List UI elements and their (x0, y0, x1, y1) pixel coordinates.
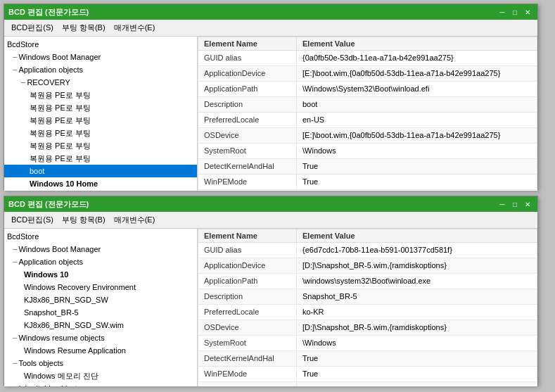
element-name: WinPEMode (198, 175, 297, 190)
element-value: \Windows (297, 144, 537, 159)
tree2-item-3[interactable]: Windows Recovery Environment (4, 281, 197, 293)
tree-label-1-2: RECOVERY (27, 77, 70, 88)
tree-label-1-3: 복원용 PE로 부팅 (30, 89, 91, 101)
element-value: ko-KR (297, 305, 537, 320)
menu-bcd-edit-1[interactable]: BCD편집(S) (7, 21, 58, 34)
tree-item-1-0[interactable]: ─ Windows Boot Manager (4, 51, 197, 63)
tree-expand-icon: ─ (13, 51, 17, 63)
element-value: en-US (297, 113, 537, 128)
tree-minus-icon: ─ (13, 64, 17, 75)
col-header-name-2: Element Name (198, 229, 297, 243)
tree-item-1-9[interactable]: boot (4, 165, 197, 177)
tree-root-1[interactable]: BcdStore (4, 38, 197, 51)
window2-content: BcdStore ─ Windows Boot Manager ─ Applic… (4, 229, 537, 386)
tree-label-1-8: 복원용 PE로 부팅 (30, 153, 91, 164)
minimize-button-1[interactable]: ─ (497, 7, 508, 17)
tree-expand-icon-2: ─ (21, 77, 25, 88)
tree2-label-3: Windows Recovery Environment (24, 282, 136, 293)
element-value: True (297, 367, 537, 382)
window1-content: BcdStore ─ Windows Boot Manager ─ Applic… (4, 37, 537, 191)
tree-label-1-1: Application objects (18, 64, 83, 75)
tree-label-1-10: Windows 10 Home (30, 178, 98, 189)
menu-bar-2: BCD편집(S) 부팅 항목(B) 매개변수(E) (4, 212, 537, 229)
element-value: [D:]\Snapshot_BR-5.wim,{ramdiskoptions} (297, 320, 537, 336)
table-row: GUID alias{0a0fb50e-53db-11ea-a71a-b42e9… (198, 51, 537, 66)
table-row: WinPEModeTrue (198, 175, 537, 190)
menu-boot-items-2[interactable]: 부팅 항목(B) (58, 213, 110, 227)
tree2-label-5: Snapshot_BR-5 (24, 307, 79, 318)
element-name: ApplicationPath (198, 82, 297, 97)
tree-item-1-3[interactable]: 복원용 PE로 부팅 (4, 89, 197, 101)
element-name: DetectKernelAndHal (198, 351, 297, 367)
table-row: EmsEnabledTrue ← (198, 382, 537, 387)
menu-bcd-edit-2[interactable]: BCD편집(S) (7, 213, 58, 227)
tree-label-1-9: boot (30, 165, 44, 177)
element-name: DetectKernelAndHal (198, 159, 297, 175)
restore-button-2[interactable]: □ (509, 199, 521, 209)
tree-item-1-5[interactable]: 복원용 PE로 부팅 (4, 114, 197, 127)
tree2-item-11[interactable]: ─ Inheritable objects (4, 382, 197, 386)
tree2-expand-7: ─ (13, 332, 17, 343)
tree-item-1-8[interactable]: 복원용 PE로 부팅 (4, 152, 197, 165)
element-name: EmsEnabled (198, 382, 297, 387)
element-value: [E:]\boot.wim,{0a0fb50d-53db-11ea-a71a-b… (297, 128, 537, 144)
tree-item-1-7[interactable]: 복원용 PE로 부팅 (4, 139, 197, 152)
tree-root-2[interactable]: BcdStore (4, 230, 197, 243)
tree2-label-7: Windows resume objects (18, 332, 104, 343)
tree2-item-9[interactable]: ─ Tools objects (4, 357, 197, 369)
element-value: [E:]\boot.wim,{0a0fb50d-53db-11ea-a71a-b… (297, 66, 537, 82)
element-value: {0a0fb50e-53db-11ea-a71a-b42e991aa275} (297, 51, 537, 66)
details-table-1: Element Name Element Value GUID alias{0a… (198, 37, 537, 190)
tree-label-1-4: 복원용 PE로 부팅 (30, 102, 91, 113)
tree2-label-0: Windows Boot Manager (18, 244, 101, 255)
details-panel-1: Element Name Element Value GUID alias{0a… (198, 37, 537, 191)
tree-panel-2: BcdStore ─ Windows Boot Manager ─ Applic… (4, 229, 198, 386)
tree2-item-1[interactable]: ─ Application objects (4, 255, 197, 268)
table-row: WinPEModeTrue (198, 367, 537, 382)
tree2-label-8: Windows Resume Application (24, 345, 126, 356)
element-name: WinPEMode (198, 367, 297, 382)
tree-item-1-10[interactable]: Windows 10 Home (4, 177, 197, 190)
table-row: DetectKernelAndHalTrue (198, 351, 537, 367)
col-header-name-1: Element Name (198, 37, 297, 51)
menu-params-2[interactable]: 매개변수(E) (110, 213, 160, 227)
tree-label-1-7: 복원용 PE로 부팅 (30, 140, 91, 151)
element-value: {e6d7cdc1-70b8-11ea-b591-001377cd581f} (297, 243, 537, 258)
close-button-2[interactable]: ✕ (522, 199, 533, 209)
menu-boot-items-1[interactable]: 부팅 항목(B) (58, 21, 110, 34)
tree2-item-5[interactable]: Snapshot_BR-5 (4, 306, 197, 319)
tree2-item-0[interactable]: ─ Windows Boot Manager (4, 243, 197, 255)
tree2-label-1: Application objects (18, 256, 83, 267)
tree2-item-4[interactable]: KJ8x86_BRN_SGD_SW (4, 293, 197, 306)
tree2-label-2: Windows 10 (24, 269, 68, 280)
window1-title: BCD 편집 (전문가모드) (8, 7, 89, 18)
tree2-expand-0: ─ (13, 244, 17, 255)
col-header-value-1: Element Value (297, 37, 537, 51)
details-panel-2: Element Name Element Value GUID alias{e6… (198, 229, 537, 386)
tree-item-1-6[interactable]: 복원용 PE로 부팅 (4, 127, 197, 139)
element-name: ApplicationPath (198, 274, 297, 289)
menu-params-1[interactable]: 매개변수(E) (110, 21, 160, 34)
element-value: Snapshot_BR-5 (297, 289, 537, 305)
tree2-label-10: Windows 메모리 진단 (24, 370, 98, 381)
tree-label-1-6: 복원용 PE로 부팅 (30, 127, 91, 139)
minimize-button-2[interactable]: ─ (497, 199, 508, 209)
tree2-item-7[interactable]: ─ Windows resume objects (4, 331, 197, 344)
tree2-item-2[interactable]: Windows 10 (4, 268, 197, 281)
restore-button-1[interactable]: □ (509, 7, 521, 17)
tree-item-1-1[interactable]: ─ Application objects (4, 63, 197, 76)
tree2-item-6[interactable]: KJ8x86_BRN_SGD_SW.wim (4, 319, 197, 331)
tree-item-1-4[interactable]: 복원용 PE로 부팅 (4, 101, 197, 114)
window1: BCD 편집 (전문가모드) ─ □ ✕ BCD편집(S) 부팅 항목(B) 매… (4, 4, 538, 190)
col-header-value-2: Element Value (297, 229, 537, 243)
tree2-item-10[interactable]: Windows 메모리 진단 (4, 369, 197, 382)
window2-controls: ─ □ ✕ (497, 199, 533, 209)
tree2-expand-11: ─ (13, 383, 17, 386)
tree-item-1-2[interactable]: ─ RECOVERY (4, 76, 197, 89)
tree2-label-11: Inheritable objects (18, 383, 81, 386)
element-name: ApplicationDevice (198, 258, 297, 274)
window2-title: BCD 편집 (전문가모드) (8, 199, 89, 210)
tree2-item-8[interactable]: Windows Resume Application (4, 344, 197, 357)
close-button-1[interactable]: ✕ (522, 7, 533, 17)
element-value: True ← (297, 382, 537, 387)
